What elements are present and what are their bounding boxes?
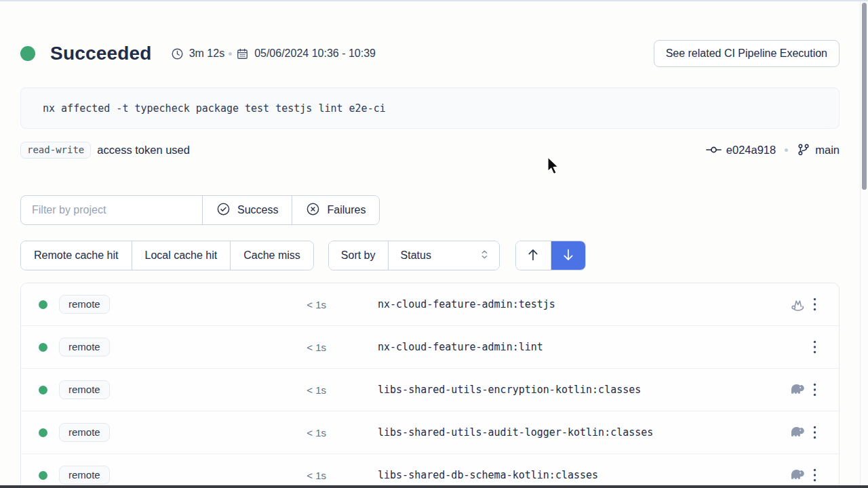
task-success-dot <box>39 300 47 309</box>
filter-by-project-input[interactable] <box>21 196 202 224</box>
task-row[interactable]: remote < 1s nx-cloud-feature-admin:lint <box>21 326 839 369</box>
task-duration: < 1s <box>285 384 326 396</box>
access-token-text: access token used <box>97 144 190 157</box>
cache-toolbar: Remote cache hit Local cache hit Cache m… <box>20 241 840 270</box>
task-name[interactable]: libs-shared-utils-audit-logger-kotlin:cl… <box>378 426 653 439</box>
task-row[interactable]: remote < 1s libs-shared-utils-encryption… <box>21 369 839 411</box>
task-list-card: remote < 1s nx-cloud-feature-admin:testj… <box>20 283 840 488</box>
task-success-dot <box>39 386 47 394</box>
run-duration-label: 3m 12s <box>189 47 224 60</box>
check-circle-icon <box>216 202 231 219</box>
task-row[interactable]: remote < 1s libs-shared-db-schema-kotlin… <box>21 454 839 488</box>
jest-icon <box>789 298 806 312</box>
arrow-up-icon <box>526 247 540 264</box>
filter-failures-label: Failures <box>327 204 366 216</box>
sort-ascending-button[interactable] <box>516 241 551 270</box>
cache-source-badge: remote <box>59 423 110 442</box>
task-success-dot <box>39 471 47 480</box>
gradle-icon <box>789 426 806 441</box>
task-duration: < 1s <box>285 470 326 481</box>
task-menu-button[interactable] <box>805 338 824 357</box>
sort-selected-value: Status <box>401 249 473 262</box>
calendar-icon <box>236 47 249 60</box>
select-chevrons-icon <box>479 249 490 263</box>
vcs-info: e024a918 main <box>706 143 840 157</box>
x-circle-icon <box>306 202 320 219</box>
run-date-range-label: 05/06/2024 10:36 - 10:39 <box>254 47 376 60</box>
commit-icon <box>706 144 722 155</box>
task-menu-button[interactable] <box>805 466 824 485</box>
project-filter-group: Success Failures <box>20 195 380 225</box>
run-duration: 3m 12s <box>171 47 224 60</box>
clock-icon <box>171 47 184 60</box>
see-related-ci-pipeline-button[interactable]: See related CI Pipeline Execution <box>654 40 840 67</box>
task-name[interactable]: nx-cloud-feature-admin:testjs <box>378 298 555 310</box>
window-bottom-edge <box>0 485 868 488</box>
filter-success-label: Success <box>237 204 278 216</box>
branch-name[interactable]: main <box>815 144 840 157</box>
task-success-dot <box>39 428 47 437</box>
task-row[interactable]: remote < 1s libs-shared-utils-audit-logg… <box>21 411 839 454</box>
cache-source-badge: remote <box>59 380 110 399</box>
cache-source-badge: remote <box>59 295 110 314</box>
vertical-scrollbar[interactable] <box>860 1 868 488</box>
sort-by-label: Sort by <box>329 241 388 270</box>
git-branch-icon <box>797 143 810 157</box>
sort-group: Sort by Status <box>328 241 500 270</box>
filter-failures-button[interactable]: Failures <box>292 196 379 224</box>
task-name[interactable]: libs-shared-utils-encryption-kotlin:clas… <box>378 384 641 396</box>
run-command-block: nx affected -t typecheck package test te… <box>20 87 840 129</box>
scrollbar-thumb[interactable] <box>862 3 867 190</box>
filter-row: Success Failures <box>20 195 840 225</box>
task-name[interactable]: libs-shared-db-schema-kotlin:classes <box>378 469 598 481</box>
run-header: Succeeded 3m 12s 05/06/2024 10:36 - 10:3… <box>20 38 840 69</box>
task-menu-button[interactable] <box>805 295 824 314</box>
cache-source-badge: remote <box>59 466 110 485</box>
cache-miss-button[interactable]: Cache miss <box>230 241 313 270</box>
run-date-range: 05/06/2024 10:36 - 10:39 <box>236 47 376 60</box>
gradle-icon <box>789 383 806 398</box>
sort-field-select[interactable]: Status <box>388 241 499 270</box>
access-token-scope-badge: read-write <box>20 142 91 159</box>
task-duration: < 1s <box>285 342 326 353</box>
separator-dot <box>785 148 788 152</box>
task-name[interactable]: nx-cloud-feature-admin:lint <box>378 341 543 353</box>
sort-direction-group <box>515 241 586 270</box>
separator-dot <box>229 52 232 56</box>
task-duration: < 1s <box>285 427 326 439</box>
remote-cache-hit-button[interactable]: Remote cache hit <box>21 241 132 270</box>
run-command-text: nx affected -t typecheck package test te… <box>43 102 386 115</box>
task-row[interactable]: remote < 1s nx-cloud-feature-admin:testj… <box>21 283 839 326</box>
local-cache-hit-button[interactable]: Local cache hit <box>132 241 231 270</box>
sort-descending-button[interactable] <box>551 241 585 270</box>
cache-filter-group: Remote cache hit Local cache hit Cache m… <box>20 241 314 270</box>
status-success-dot <box>20 46 35 61</box>
run-details-page: Succeeded 3m 12s 05/06/2024 10:36 - 10:3… <box>0 1 868 488</box>
gradle-icon <box>789 468 806 483</box>
filter-success-button[interactable]: Success <box>202 196 292 224</box>
arrow-down-icon <box>561 247 576 264</box>
mouse-cursor <box>545 156 561 179</box>
cache-source-badge: remote <box>59 338 110 357</box>
page-title: Succeeded <box>50 43 152 64</box>
commit-sha[interactable]: e024a918 <box>726 144 776 157</box>
token-row: read-write access token used e024a918 ma… <box>20 140 840 159</box>
task-menu-button[interactable] <box>805 423 824 442</box>
task-duration: < 1s <box>285 299 326 310</box>
task-menu-button[interactable] <box>805 380 824 399</box>
task-success-dot <box>39 343 47 352</box>
